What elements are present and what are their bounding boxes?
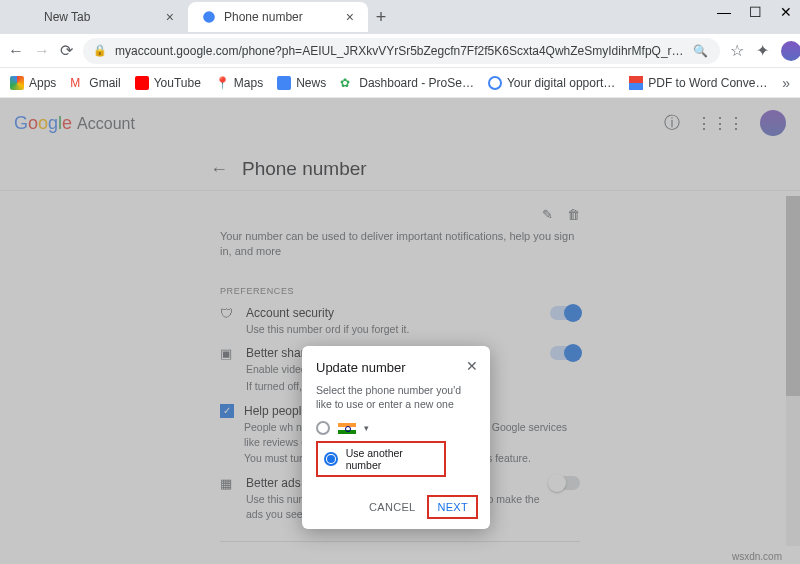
youtube-icon bbox=[135, 76, 149, 90]
bookmark-youtube[interactable]: YouTube bbox=[135, 76, 201, 90]
forward-button[interactable]: → bbox=[34, 42, 50, 60]
delete-icon[interactable]: 🗑 bbox=[567, 207, 580, 222]
footer-credit: wsxdn.com bbox=[732, 551, 782, 562]
url-text: myaccount.google.com/phone?ph=AEIUL_JRXk… bbox=[115, 44, 684, 58]
better-sharing-toggle[interactable] bbox=[550, 346, 580, 360]
google-account-logo: Google Account bbox=[14, 113, 135, 134]
bookmark-news[interactable]: News bbox=[277, 76, 326, 90]
browser-toolbar: ← → ⟳ 🔒 myaccount.google.com/phone?ph=AE… bbox=[0, 34, 800, 68]
bookmark-pdf[interactable]: PDF to Word Conve… bbox=[629, 76, 767, 90]
checkbox-checked-icon[interactable]: ✓ bbox=[220, 404, 234, 418]
bookmarks-bar: Apps MGmail YouTube 📍Maps News ✿Dashboar… bbox=[0, 68, 800, 98]
shield-icon: 🛡 bbox=[220, 306, 236, 337]
help-icon[interactable]: ⓘ bbox=[664, 113, 680, 134]
gmail-icon: M bbox=[70, 76, 84, 90]
edit-icon[interactable]: ✎ bbox=[542, 207, 553, 222]
dialog-title: Update number bbox=[316, 360, 476, 375]
ads-icon: ▦ bbox=[220, 476, 236, 521]
generic-favicon bbox=[22, 10, 36, 24]
dialog-close-icon[interactable]: ✕ bbox=[466, 358, 478, 374]
bookmarks-overflow-icon[interactable]: » bbox=[782, 75, 790, 91]
back-button[interactable]: ← bbox=[8, 42, 24, 60]
dialog-description: Select the phone number you'd like to us… bbox=[316, 383, 476, 411]
bookmark-digital[interactable]: Your digital opport… bbox=[488, 76, 615, 90]
phone-number-value bbox=[220, 205, 314, 223]
lock-icon: 🔒 bbox=[93, 44, 107, 57]
chevron-down-icon[interactable]: ▾ bbox=[364, 423, 369, 433]
dashboard-icon: ✿ bbox=[340, 76, 354, 90]
bookmark-star-icon[interactable]: ☆ bbox=[730, 41, 744, 60]
bookmark-maps[interactable]: 📍Maps bbox=[215, 76, 263, 90]
bookmark-apps[interactable]: Apps bbox=[10, 76, 56, 90]
apps-grid-icon[interactable]: ⋮⋮⋮ bbox=[696, 114, 744, 133]
bookmark-gmail[interactable]: MGmail bbox=[70, 76, 120, 90]
india-flag-icon bbox=[338, 423, 356, 434]
browser-tabs: New Tab × Phone number × + bbox=[0, 0, 800, 34]
profile-avatar[interactable] bbox=[781, 41, 800, 61]
use-another-number-label: Use another number bbox=[346, 447, 438, 471]
google-icon bbox=[488, 76, 502, 90]
news-icon bbox=[277, 76, 291, 90]
tab-title: Phone number bbox=[224, 10, 303, 24]
close-tab-icon[interactable]: × bbox=[166, 9, 174, 25]
pdf-icon bbox=[629, 76, 643, 90]
better-ads-toggle[interactable] bbox=[550, 476, 580, 490]
next-button[interactable]: NEXT bbox=[429, 497, 476, 517]
bookmark-dashboard[interactable]: ✿Dashboard - ProSe… bbox=[340, 76, 474, 90]
address-bar[interactable]: 🔒 myaccount.google.com/phone?ph=AEIUL_JR… bbox=[83, 38, 720, 64]
update-number-dialog: Update number ✕ Select the phone number … bbox=[302, 346, 490, 529]
back-arrow-icon[interactable]: ← bbox=[210, 159, 228, 180]
new-tab-button[interactable]: + bbox=[368, 7, 394, 28]
existing-number-option[interactable]: ▾ bbox=[316, 421, 476, 435]
svg-point-0 bbox=[203, 11, 215, 23]
close-tab-icon[interactable]: × bbox=[346, 9, 354, 25]
zoom-icon[interactable]: 🔍 bbox=[692, 42, 710, 60]
scrollbar[interactable] bbox=[786, 196, 800, 546]
extensions-icon[interactable]: ✦ bbox=[756, 41, 769, 60]
account-avatar[interactable] bbox=[760, 110, 786, 136]
apps-icon bbox=[10, 76, 24, 90]
tab-new-tab[interactable]: New Tab × bbox=[8, 2, 188, 32]
minimize-button[interactable]: — bbox=[717, 4, 731, 20]
tab-title: New Tab bbox=[44, 10, 90, 24]
pref-account-security-desc: Use this number ord if you forget it. bbox=[246, 322, 540, 337]
scrollbar-thumb[interactable] bbox=[786, 196, 800, 396]
video-icon: ▣ bbox=[220, 346, 236, 393]
cancel-button[interactable]: CANCEL bbox=[363, 497, 421, 517]
phone-desc: Your number can be used to deliver impor… bbox=[220, 229, 580, 260]
reload-button[interactable]: ⟳ bbox=[60, 42, 73, 60]
use-another-number-option[interactable]: Use another number bbox=[316, 441, 446, 477]
tab-phone-number[interactable]: Phone number × bbox=[188, 2, 368, 32]
pref-account-security-title: Account security bbox=[246, 306, 540, 320]
radio-unchecked-icon bbox=[316, 421, 330, 435]
window-close-button[interactable]: ✕ bbox=[780, 4, 792, 20]
maps-icon: 📍 bbox=[215, 76, 229, 90]
google-favicon bbox=[202, 10, 216, 24]
preferences-label: PREFERENCES bbox=[220, 286, 580, 296]
radio-checked-icon bbox=[324, 452, 338, 466]
account-security-toggle[interactable] bbox=[550, 306, 580, 320]
maximize-button[interactable]: ☐ bbox=[749, 4, 762, 20]
section-divider bbox=[220, 541, 580, 542]
page-title-text: Phone number bbox=[242, 158, 367, 180]
